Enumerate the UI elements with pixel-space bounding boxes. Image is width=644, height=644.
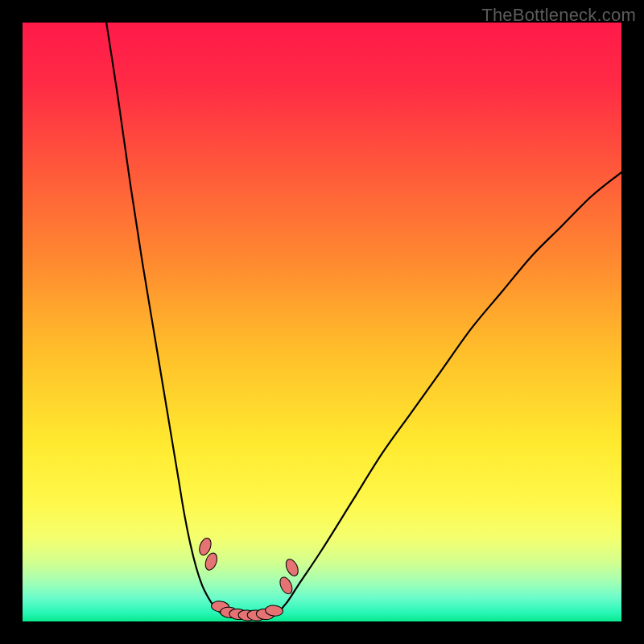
marker-group: [197, 536, 300, 621]
curve-layer: [23, 23, 621, 621]
chart-frame: TheBottleneck.com: [0, 0, 644, 644]
marker-point: [278, 576, 295, 596]
marker-point: [283, 557, 300, 577]
plot-area: [23, 23, 621, 621]
bottleneck-curve: [106, 23, 621, 619]
